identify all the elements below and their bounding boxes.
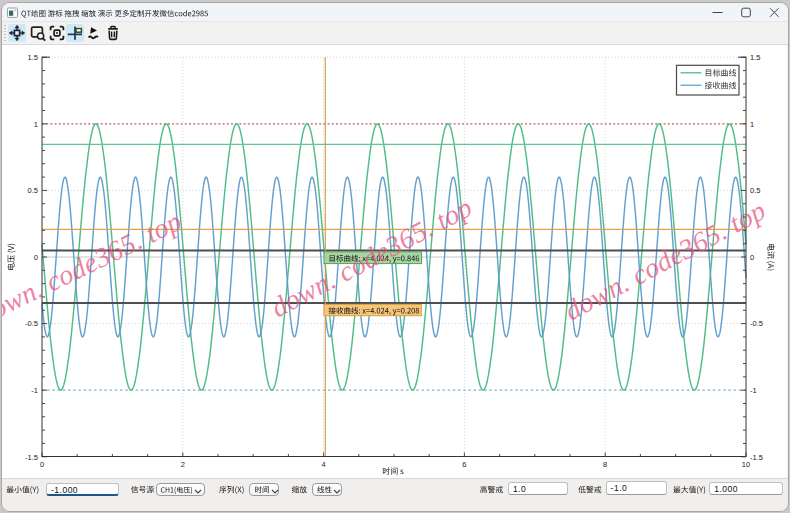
svg-text:6: 6 — [462, 459, 466, 468]
svg-text:1: 1 — [750, 119, 754, 128]
svg-text:0.5: 0.5 — [28, 186, 38, 195]
svg-text:-0.5: -0.5 — [25, 319, 38, 328]
svg-text:-1: -1 — [750, 385, 757, 394]
svg-text:10: 10 — [742, 459, 750, 468]
svg-text:1.5: 1.5 — [28, 52, 38, 61]
svg-text:0: 0 — [40, 459, 44, 468]
svg-text:-1: -1 — [31, 385, 38, 394]
svg-text:0: 0 — [34, 252, 38, 261]
svg-text:-1.5: -1.5 — [25, 452, 38, 461]
svg-text:-0.5: -0.5 — [750, 319, 763, 328]
svg-text:1.5: 1.5 — [750, 52, 760, 61]
svg-text:-1.5: -1.5 — [750, 452, 763, 461]
svg-text:down. code365. top: down. code365. top — [559, 194, 770, 326]
svg-text:0: 0 — [750, 252, 754, 261]
svg-text:8: 8 — [603, 459, 607, 468]
svg-text:4: 4 — [322, 459, 326, 468]
svg-text:2: 2 — [181, 459, 185, 468]
svg-text:1: 1 — [34, 119, 38, 128]
